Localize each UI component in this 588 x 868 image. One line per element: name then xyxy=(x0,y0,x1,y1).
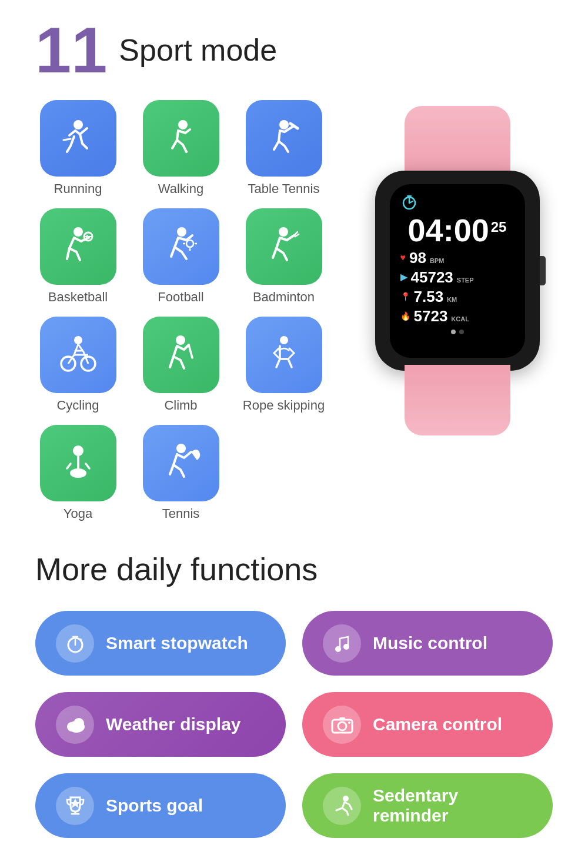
rope-skipping-icon-box xyxy=(246,317,322,393)
svg-point-3 xyxy=(279,120,289,129)
svg-point-33 xyxy=(79,638,82,641)
running-label: Running xyxy=(54,181,102,197)
steps-icon: ▶ xyxy=(400,271,407,282)
sports-goal-label: Sports goal xyxy=(106,796,203,816)
svg-point-2 xyxy=(178,120,188,129)
sport-mode-number: 11 xyxy=(35,18,107,82)
sport-cycling: Cycling xyxy=(35,317,121,413)
weather-display-button[interactable]: Weather display xyxy=(35,692,286,757)
svg-point-35 xyxy=(343,644,349,650)
basketball-icon-box xyxy=(40,208,116,285)
sedentary-reminder-button[interactable]: Sedentary reminder xyxy=(302,773,553,838)
sport-badminton: Badminton xyxy=(241,208,326,305)
svg-line-1 xyxy=(64,139,71,140)
sedentary-reminder-label: Sedentary reminder xyxy=(373,786,532,826)
page-header: 11 Sport mode xyxy=(0,0,588,94)
svg-point-19 xyxy=(176,335,185,345)
svg-point-23 xyxy=(70,468,86,478)
function-buttons-grid: Smart stopwatch Music control xyxy=(35,611,553,838)
sport-basketball: Basketball xyxy=(35,208,121,305)
cycling-icon-box xyxy=(40,317,116,393)
music-control-label: Music control xyxy=(373,633,487,653)
camera-control-label: Camera control xyxy=(373,714,502,734)
steps-unit: STEP xyxy=(457,277,474,284)
heart-rate-stat: ♥ 98 BPM xyxy=(400,250,514,265)
sport-tennis: Tennis xyxy=(138,425,223,521)
table-tennis-icon-box xyxy=(246,100,322,177)
cycling-label: Cycling xyxy=(56,398,99,413)
svg-point-34 xyxy=(335,646,341,652)
camera-control-button[interactable]: Camera control xyxy=(302,692,553,757)
sport-football: Football xyxy=(138,208,223,305)
climb-icon-box xyxy=(143,317,219,393)
heart-rate-value: 98 xyxy=(409,250,426,265)
yoga-label: Yoga xyxy=(64,506,92,521)
calories-stat: 🔥 5723 KCAL xyxy=(400,308,514,324)
football-label: Football xyxy=(158,290,203,305)
trophy-icon xyxy=(56,787,94,825)
sport-mode-title: Sport mode xyxy=(119,32,277,68)
person-sitting-icon xyxy=(323,787,361,825)
watch-band-bottom xyxy=(405,365,510,435)
sport-walking: Walking xyxy=(138,100,223,197)
svg-point-5 xyxy=(74,227,83,237)
distance-value: 7.53 xyxy=(414,289,444,304)
svg-point-0 xyxy=(74,120,83,129)
watch-body: 04:00 25 ♥ 98 BPM ▶ 45723 STEP xyxy=(375,171,540,371)
dot-1 xyxy=(451,330,456,334)
heart-icon: ♥ xyxy=(400,252,406,263)
sport-running: Running xyxy=(35,100,121,197)
sport-table-tennis: Table Tennis xyxy=(241,100,326,197)
music-control-button[interactable]: Music control xyxy=(302,611,553,676)
svg-point-38 xyxy=(74,718,84,729)
watch-screen: 04:00 25 ♥ 98 BPM ▶ 45723 STEP xyxy=(390,184,525,358)
calories-value: 5723 xyxy=(414,308,448,324)
svg-point-41 xyxy=(348,721,350,724)
camera-icon xyxy=(323,706,361,744)
main-content: Running Walking xyxy=(0,94,588,527)
svg-point-9 xyxy=(177,227,186,237)
basketball-label: Basketball xyxy=(48,290,108,305)
svg-point-15 xyxy=(279,227,288,237)
dot-2 xyxy=(459,330,464,334)
sport-rope-skipping: Rope skipping xyxy=(241,317,326,413)
svg-point-40 xyxy=(338,722,346,730)
walking-icon-box xyxy=(143,100,219,177)
watch-button xyxy=(540,256,546,285)
climb-label: Climb xyxy=(164,398,197,413)
cloud-icon xyxy=(56,706,94,744)
sports-goal-button[interactable]: Sports goal xyxy=(35,773,286,838)
steps-value: 45723 xyxy=(411,270,453,285)
watch-seconds: 25 xyxy=(491,219,507,235)
daily-functions-section: More daily functions Smart stopwatch xyxy=(0,527,588,850)
smartwatch-display: 04:00 25 ♥ 98 BPM ▶ 45723 STEP xyxy=(350,94,564,527)
rope-skipping-label: Rope skipping xyxy=(243,398,325,413)
football-icon-box xyxy=(143,208,219,285)
stopwatch-icon xyxy=(56,624,94,663)
music-icon xyxy=(323,624,361,663)
smart-stopwatch-label: Smart stopwatch xyxy=(106,633,248,653)
svg-point-44 xyxy=(343,796,349,802)
sport-yoga: Yoga xyxy=(35,425,121,521)
badminton-label: Badminton xyxy=(253,290,315,305)
badminton-icon-box xyxy=(246,208,322,285)
calories-unit: KCAL xyxy=(451,315,469,322)
watch-outer: 04:00 25 ♥ 98 BPM ▶ 45723 STEP xyxy=(363,100,552,430)
walking-label: Walking xyxy=(158,181,203,197)
svg-line-20 xyxy=(189,345,192,358)
distance-stat: 📍 7.53 KM xyxy=(400,289,514,304)
daily-functions-title: More daily functions xyxy=(35,551,553,587)
smart-stopwatch-button[interactable]: Smart stopwatch xyxy=(35,611,286,676)
location-icon: 📍 xyxy=(400,292,410,301)
svg-point-22 xyxy=(73,445,83,456)
flame-icon: 🔥 xyxy=(400,311,410,321)
watch-band-top xyxy=(405,106,510,177)
yoga-icon-box xyxy=(40,425,116,501)
running-icon-box xyxy=(40,100,116,177)
steps-stat: ▶ 45723 STEP xyxy=(400,270,514,285)
timer-icon xyxy=(400,193,514,211)
tennis-label: Tennis xyxy=(162,506,200,521)
watch-time: 04:00 xyxy=(408,214,489,246)
sport-climb: Climb xyxy=(138,317,223,413)
tennis-icon-box xyxy=(143,425,219,501)
